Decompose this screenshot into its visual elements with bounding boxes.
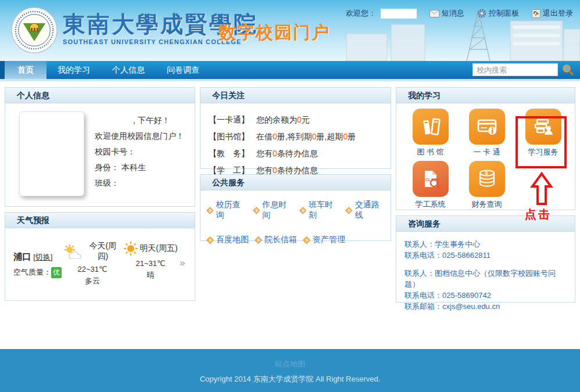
link-baidu-map[interactable]: 百度地图 [206,235,249,245]
portal-title: 数字校园门户 [219,21,330,45]
books-borrowed-value: 0 [273,132,277,141]
personal-info-body: , 下午好！ 欢迎使用校园信息门户！ 校园卡号： 身份： 本科生 班级： [5,103,195,206]
link-school-calendar[interactable]: 校历查询 [206,200,247,221]
annotation-click-label: 点击 [525,207,552,222]
tomorrow-temp: 21~31℃ [121,259,180,268]
control-panel-link[interactable]: 控制面板 [477,8,519,19]
consult-services-panel: 咨询服务 联系人：学生事务中心 联系电话：025-58662811 联系人：图档… [396,215,575,303]
class-line: 班级： [95,175,184,191]
tile-onecard[interactable]: 一 卡 通 [459,107,515,160]
right-column: 我的学习 图 书 馆 [396,87,575,303]
tile-finance-label: 财务查询 [472,199,502,210]
today-row-card: 【一卡通】 您的余额为0元 [209,112,382,128]
tile-student-affairs-system[interactable]: CLASS 学工系统 [402,160,459,212]
card-number-line: 校园卡号： [95,144,184,160]
svg-text:$: $ [485,170,488,176]
copyright-text: Copyright 2014 东南大学成贤学院 All Right Reserv… [0,374,580,384]
tile-library[interactable]: 图 书 馆 [402,107,459,160]
my-study-panel: 我的学习 图 书 馆 [396,87,575,210]
search-button[interactable] [561,63,574,76]
today-row-academic: 【教 务】 您有0条待办信息 [209,145,382,162]
link-asset-management[interactable]: 资产管理 [303,235,345,245]
left-column: 个人信息 , 下午好！ 欢迎使用校园信息门户！ 校园卡号： 身份： 本科生 班级… [5,87,195,301]
study-service-icon [525,109,561,145]
weather-panel: 天气预报 浦口 [切换] 空气质量：优 [5,212,195,301]
today-temp: 22~31℃ [63,265,121,274]
today-focus-title: 今日关注 [201,88,391,103]
weather-more-chevron[interactable]: » [180,257,185,269]
student-affairs-icon: CLASS [413,161,449,197]
public-services-panel: 公共服务 校历查询 作息时间 班车时刻 [200,174,391,241]
diamond-arrow-icon [206,236,214,244]
affairs-todo-value: 0 [273,166,277,175]
today-focus-panel: 今日关注 【一卡通】 您的余额为0元 【图书馆】 在借0册,将到期0册,超期0册… [200,87,391,169]
my-study-title: 我的学习 [396,88,575,103]
sun-icon [123,241,138,256]
search-input[interactable] [472,63,558,76]
gear-icon [477,9,486,18]
nav-item-my-study[interactable]: 我的学习 [46,61,101,79]
user-bar: 欢迎您： 短消息 控制面板 [346,8,573,19]
today-row-library: 【图书馆】 在借0册,将到期0册,超期0册 [209,128,382,145]
weather-body: 浦口 [切换] 空气质量：优 [5,228,195,300]
nav-item-home[interactable]: 首页 [5,61,46,79]
logout-icon [532,9,540,18]
diamond-arrow-icon [206,207,213,214]
tomorrow-name: 明天(周五) [139,243,177,254]
books-overdue-value: 0 [343,132,348,141]
college-logo [10,6,58,54]
diamond-arrow-icon [345,207,352,214]
link-dean-mailbox[interactable]: 院长信箱 [255,235,297,245]
nav-item-personal-info[interactable]: 个人信息 [101,61,156,79]
tile-finance-query[interactable]: $ 财务查询 [459,160,515,212]
control-panel-label: 控制面板 [489,8,519,19]
student-photo-placeholder [19,112,84,196]
contact-phone-2: 联系电话：025-58690742 [404,290,569,301]
sitemap-link[interactable]: 站点地图 [275,359,305,368]
link-work-rest-time[interactable]: 作息时间 [253,200,293,221]
diamond-arrow-icon [253,207,260,214]
link-shuttle-schedule[interactable]: 班车时刻 [299,200,340,221]
tile-student-affairs-label: 学工系统 [416,199,446,210]
page-header: 東南大學成賢學院 SOUTHEAST UNIVERSITY CHENGXIAN … [0,0,580,61]
my-study-body: 图 书 馆 [396,103,575,210]
search-icon [562,64,574,75]
middle-column: 今日关注 【一卡通】 您的余额为0元 【图书馆】 在借0册,将到期0册,超期0册… [200,87,391,241]
today-name: 今天(周四) [84,241,121,262]
messages-label: 短消息 [442,8,464,19]
tile-study-service[interactable]: 学习服务 [515,107,571,160]
portal-page: 東南大學成賢學院 SOUTHEAST UNIVERSITY CHENGXIAN … [0,0,580,392]
logout-link[interactable]: 退出登录 [532,8,573,19]
campus-search [472,63,574,76]
academic-todo-value: 0 [273,149,277,158]
weather-title: 天气预报 [5,213,195,228]
tomorrow-desc: 晴 [121,270,180,280]
messages-link[interactable]: 短消息 [429,8,464,19]
onecard-card-icon [469,109,505,145]
city-switch-link[interactable]: [切换] [33,253,52,261]
personal-info-text: , 下午好！ 欢迎使用校园信息门户！ 校园卡号： 身份： 本科生 班级： [95,112,184,198]
city-name: 浦口 [13,251,31,261]
today-desc: 多云 [63,276,121,286]
nav-left-edge [0,61,5,79]
link-traffic-routes[interactable]: 交通路线 [345,200,386,221]
tile-onecard-label: 一 卡 通 [473,147,500,157]
nav-item-survey[interactable]: 问卷调查 [156,61,210,79]
personal-info-panel: 个人信息 , 下午好！ 欢迎使用校园信息门户！ 校园卡号： 身份： 本科生 班级… [5,87,195,207]
contact-phone-1: 联系电话：025-58662811 [404,250,569,261]
identity-line: 身份： 本科生 [95,160,184,175]
weather-city-block: 浦口 [切换] 空气质量：优 [13,251,63,278]
library-books-icon [413,109,449,145]
tile-study-service-label: 学习服务 [528,147,558,157]
username-redacted-box [381,9,417,19]
greeting-line: , 下午好！ [95,113,184,128]
diamond-arrow-icon [299,207,306,214]
logout-label: 退出登录 [543,8,573,19]
welcome-line: 欢迎使用校园信息门户！ [95,128,184,144]
envelope-icon [429,10,439,17]
diamond-arrow-icon [255,236,262,244]
air-quality-badge: 优 [51,267,62,278]
weather-tomorrow: 明天(周五) 21~31℃ 晴 [121,241,180,280]
tile-library-label: 图 书 馆 [417,147,443,157]
page-footer: 站点地图 Copyright 2014 东南大学成贤学院 All Right R… [0,349,580,392]
